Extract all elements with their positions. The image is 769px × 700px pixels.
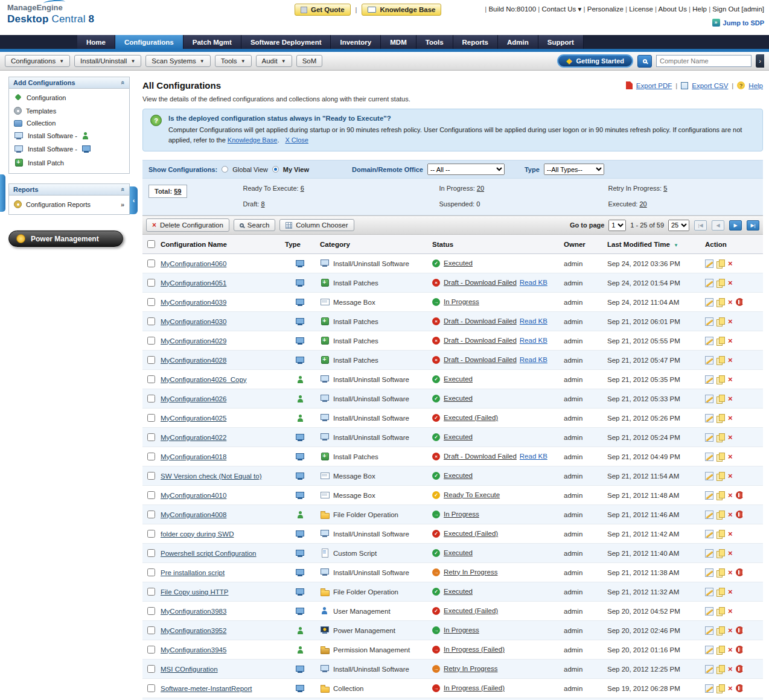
next-page-button[interactable]: ▶ xyxy=(729,220,742,231)
column-header-type[interactable]: Type xyxy=(282,235,317,254)
tab-configurations[interactable]: Configurations xyxy=(115,35,183,49)
edit-icon[interactable] xyxy=(705,433,713,442)
status-link[interactable]: In Progress xyxy=(444,626,479,634)
tab-software-deployment[interactable]: Software Deployment xyxy=(241,35,331,49)
toolbar-menu-configurations[interactable]: Configurations▼ xyxy=(5,55,70,67)
edit-icon[interactable] xyxy=(705,646,713,654)
delete-icon[interactable]: × xyxy=(728,279,733,287)
edit-icon[interactable] xyxy=(705,298,713,307)
delete-icon[interactable]: × xyxy=(728,568,733,576)
last-page-button[interactable]: ▶| xyxy=(747,220,759,231)
copy-icon[interactable] xyxy=(716,549,725,558)
column-header-status[interactable]: Status xyxy=(430,235,561,254)
edit-icon[interactable] xyxy=(705,472,713,480)
edit-icon[interactable] xyxy=(705,337,713,345)
column-header-configuration-name[interactable]: Configuration Name xyxy=(158,235,282,254)
row-checkbox[interactable] xyxy=(147,433,155,441)
copy-icon[interactable] xyxy=(716,568,725,577)
configuration-name-link[interactable]: MyConfiguration4025 xyxy=(161,415,226,422)
row-checkbox[interactable] xyxy=(147,356,155,364)
row-checkbox[interactable] xyxy=(147,511,155,518)
delete-icon[interactable]: × xyxy=(728,607,733,615)
delete-icon[interactable]: × xyxy=(728,684,733,692)
edit-icon[interactable] xyxy=(705,684,713,693)
delete-icon[interactable]: × xyxy=(728,549,733,557)
row-checkbox[interactable] xyxy=(147,259,155,267)
sidebar-item-templates[interactable]: Templates xyxy=(9,104,129,117)
header-link-help[interactable]: Help xyxy=(692,5,707,13)
edit-icon[interactable] xyxy=(705,588,713,596)
copy-icon[interactable] xyxy=(716,414,725,422)
first-page-button[interactable]: |◀ xyxy=(694,220,707,231)
close-info-link[interactable]: X Close xyxy=(285,136,308,144)
configuration-name-link[interactable]: MyConfiguration3952 xyxy=(161,627,226,634)
suspend-icon[interactable] xyxy=(736,684,744,692)
computer-name-input[interactable] xyxy=(656,55,751,67)
delete-icon[interactable]: × xyxy=(728,337,733,345)
header-link-personalize[interactable]: Personalize xyxy=(587,5,624,13)
configuration-name-link[interactable]: File Copy using HTTP xyxy=(161,588,228,596)
copy-icon[interactable] xyxy=(716,472,725,480)
row-checkbox[interactable] xyxy=(147,646,155,654)
tab-support[interactable]: Support xyxy=(538,35,584,49)
sidebar-item-install-software-computer[interactable]: Install Software - xyxy=(9,142,129,156)
status-link[interactable]: Executed xyxy=(444,472,473,479)
status-link[interactable]: Retry In Progress xyxy=(444,568,497,576)
page-select[interactable]: 1 xyxy=(608,220,626,231)
sidebar-item-configuration[interactable]: Configuration xyxy=(9,91,129,104)
column-header-last-modified-time[interactable]: Last Modified Time▼ xyxy=(605,235,703,254)
read-kb-link[interactable]: Read KB xyxy=(520,453,547,460)
edit-icon[interactable] xyxy=(705,375,713,384)
jump-to-sdp-link[interactable]: »Jump to SDP xyxy=(485,19,764,27)
delete-icon[interactable]: × xyxy=(728,414,733,422)
tab-admin[interactable]: Admin xyxy=(498,35,538,49)
add-configurations-header[interactable]: Add Configurations« xyxy=(9,77,129,89)
row-checkbox[interactable] xyxy=(147,665,155,673)
tab-mdm[interactable]: MDM xyxy=(381,35,416,49)
delete-icon[interactable]: × xyxy=(728,665,733,673)
copy-icon[interactable] xyxy=(716,646,725,654)
configuration-name-link[interactable]: MyConfiguration4051 xyxy=(161,279,226,287)
copy-icon[interactable] xyxy=(716,453,725,461)
type-select[interactable]: --All Types-- xyxy=(544,164,604,175)
row-checkbox[interactable] xyxy=(147,298,155,306)
status-link[interactable]: Executed (Failed) xyxy=(444,607,498,614)
delete-icon[interactable]: × xyxy=(728,530,733,538)
read-kb-link[interactable]: Read KB xyxy=(520,337,547,344)
row-checkbox[interactable] xyxy=(147,414,155,422)
configuration-name-link[interactable]: MyConfiguration4026 xyxy=(161,395,226,402)
copy-icon[interactable] xyxy=(716,433,725,442)
status-link[interactable]: Ready To Execute xyxy=(444,491,500,498)
suspend-icon[interactable] xyxy=(736,626,744,634)
header-link-sign-out-admin[interactable]: Sign Out [admin] xyxy=(712,5,764,13)
read-kb-link[interactable]: Read KB xyxy=(520,279,547,286)
knowledge-base-link[interactable]: Knowledge Base xyxy=(228,136,278,144)
edit-icon[interactable] xyxy=(705,356,713,364)
column-header-action[interactable]: Action xyxy=(703,235,763,254)
collapse-chevron-icon[interactable]: « xyxy=(120,81,127,84)
delete-icon[interactable]: × xyxy=(728,356,733,364)
tab-inventory[interactable]: Inventory xyxy=(331,35,381,49)
edit-icon[interactable] xyxy=(705,607,713,616)
configuration-name-link[interactable]: MyConfiguration4022 xyxy=(161,434,226,441)
suspend-icon[interactable] xyxy=(736,298,744,306)
edit-icon[interactable] xyxy=(705,626,713,635)
sidebar-item-collection[interactable]: Collection xyxy=(9,117,129,129)
edit-icon[interactable] xyxy=(705,317,713,326)
row-checkbox[interactable] xyxy=(147,588,155,596)
tab-home[interactable]: Home xyxy=(77,35,115,49)
reports-header[interactable]: Reports« xyxy=(9,184,129,196)
status-link[interactable]: In Progress xyxy=(444,511,479,518)
copy-icon[interactable] xyxy=(716,530,725,538)
row-checkbox[interactable] xyxy=(147,607,155,615)
configuration-name-link[interactable]: Software-meter-InstantReport xyxy=(161,685,252,692)
delete-icon[interactable]: × xyxy=(728,259,733,267)
status-link[interactable]: Executed xyxy=(444,588,473,595)
status-link[interactable]: Draft - Download Failed xyxy=(444,317,517,325)
edit-icon[interactable] xyxy=(705,259,713,268)
configuration-name-link[interactable]: MyConfiguration4039 xyxy=(161,299,226,306)
toolbar-menu-audit[interactable]: Audit▼ xyxy=(256,55,292,67)
read-kb-link[interactable]: Read KB xyxy=(520,317,547,325)
copy-icon[interactable] xyxy=(716,588,725,596)
edit-icon[interactable] xyxy=(705,395,713,403)
